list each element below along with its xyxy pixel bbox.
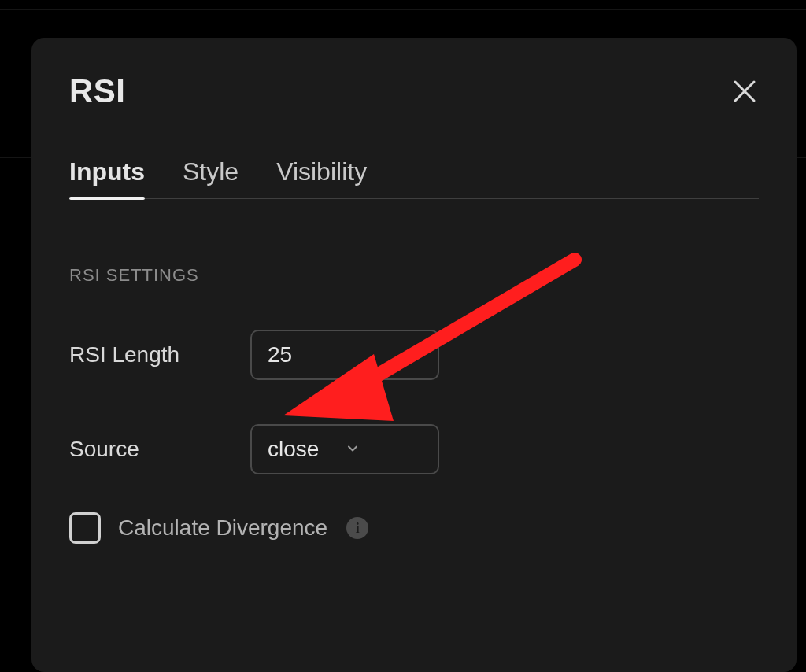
- close-icon: [730, 77, 759, 105]
- tab-bar: Inputs Style Visibility: [69, 157, 759, 199]
- rsi-length-label: RSI Length: [69, 342, 250, 367]
- rsi-length-row: RSI Length 25: [69, 330, 759, 380]
- source-select[interactable]: close: [250, 424, 439, 474]
- rsi-length-input[interactable]: 25: [250, 330, 439, 380]
- panel-title: RSI: [69, 72, 126, 110]
- calc-divergence-checkbox[interactable]: [69, 512, 101, 544]
- section-heading: RSI SETTINGS: [69, 265, 759, 286]
- rsi-length-value: 25: [268, 342, 422, 367]
- calc-divergence-row: Calculate Divergence i: [69, 512, 759, 544]
- tab-inputs[interactable]: Inputs: [69, 157, 145, 198]
- close-button[interactable]: [730, 77, 759, 105]
- calc-divergence-label: Calculate Divergence: [118, 515, 327, 541]
- settings-panel: RSI Inputs Style Visibility RSI SETTINGS…: [31, 38, 797, 672]
- info-icon[interactable]: i: [346, 517, 368, 539]
- source-label: Source: [69, 437, 250, 462]
- tab-style[interactable]: Style: [183, 157, 238, 198]
- tab-visibility[interactable]: Visibility: [276, 157, 367, 198]
- source-row: Source close: [69, 424, 759, 474]
- source-value: close: [268, 437, 345, 462]
- chevron-down-icon: [345, 437, 422, 462]
